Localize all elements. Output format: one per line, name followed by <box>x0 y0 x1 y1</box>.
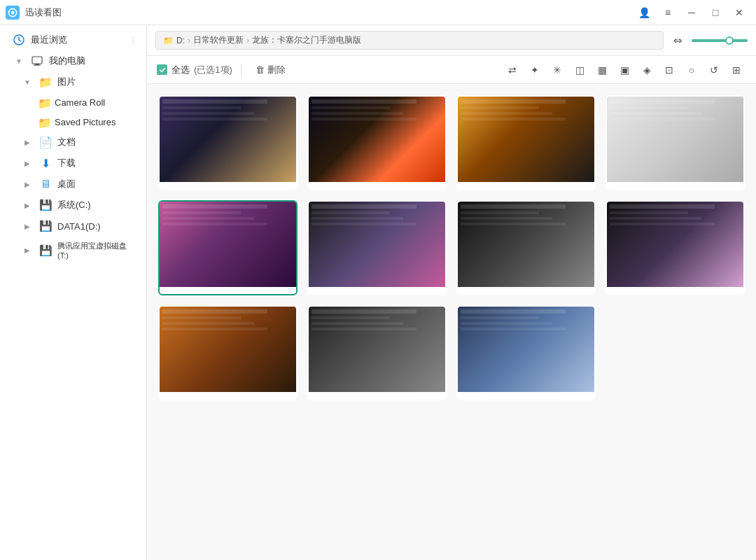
plus-icon-btn[interactable]: ⊞ <box>727 60 746 80</box>
image-thumbnail <box>458 97 594 182</box>
desktop-expand-icon: ▶ <box>21 178 34 190</box>
star-icon-btn[interactable]: ✦ <box>525 60 545 80</box>
action-separator <box>241 64 241 76</box>
image-card[interactable] <box>456 305 596 400</box>
avatar-button[interactable]: 👤 <box>633 3 655 22</box>
tencentt-icon: 💾 <box>39 244 52 257</box>
recent-label: 最近浏览 <box>31 34 124 46</box>
window-controls: 👤 ≡ ─ □ ✕ <box>633 3 750 22</box>
asterisk-icon-btn[interactable]: ✳ <box>547 60 567 80</box>
saved-pictures-folder-icon: 📁 <box>38 116 49 127</box>
sidebar-item-documents[interactable]: ▶ 📄 文档 <box>3 132 144 152</box>
mypc-label: 我的电脑 <box>49 55 136 67</box>
app-logo <box>6 6 20 20</box>
image-card[interactable] <box>606 95 745 190</box>
circle-icon-btn[interactable]: ○ <box>682 60 701 80</box>
titlebar-left: 迅读看图 <box>6 6 62 20</box>
sidebar: 最近浏览 ⋮ ▼ 我的电脑 ▼ 📁 图片 📁 Camera Roll <box>0 25 147 560</box>
toolbar-right: ⇔ <box>668 31 748 50</box>
action-bar-right: ⇄ ✦ ✳ ◫ ▦ ▣ ◈ ⊡ ○ ↺ ⊞ <box>503 60 746 80</box>
downloads-label: 下载 <box>57 157 136 169</box>
image-card[interactable] <box>307 95 447 190</box>
sidebar-item-saved-pictures[interactable]: 📁 Saved Pictures <box>3 113 144 131</box>
image-thumbnail <box>160 97 296 182</box>
breadcrumb-sep1: › <box>188 36 190 46</box>
breadcrumb-part3: 龙族：卡塞尔之门手游电脑版 <box>252 34 361 46</box>
toolbar: 📁 D: › 日常软件更新 › 龙族：卡塞尔之门手游电脑版 ⇔ <box>147 25 756 56</box>
image-card[interactable] <box>307 200 447 295</box>
zoom-track[interactable] <box>692 39 748 42</box>
diamond-icon-btn[interactable]: ◈ <box>637 60 657 80</box>
sidebar-item-camera-roll[interactable]: 📁 Camera Roll <box>3 93 144 111</box>
sidebar-item-downloads[interactable]: ▶ ⬇ 下载 <box>3 153 144 173</box>
image-thumbnail <box>458 307 594 392</box>
sidebar-item-system-c[interactable]: ▶ 💾 系统(C:) <box>3 195 144 215</box>
checkbox-icon <box>157 64 167 75</box>
documents-label: 文档 <box>57 136 136 148</box>
maximize-button[interactable]: □ <box>704 3 727 22</box>
expand-down-icon: ▼ <box>21 76 34 88</box>
saved-pictures-label: Saved Pictures <box>55 117 115 127</box>
svg-rect-3 <box>32 57 42 64</box>
app-title: 迅读看图 <box>25 6 62 19</box>
sidebar-item-tencent-t[interactable]: ▶ 💾 腾讯应用宝虚拟磁盘(T:) <box>3 237 144 263</box>
data1d-icon: 💾 <box>39 220 52 232</box>
breadcrumb[interactable]: 📁 D: › 日常软件更新 › 龙族：卡塞尔之门手游电脑版 <box>155 31 664 50</box>
sidebar-item-recent[interactable]: 最近浏览 ⋮ <box>3 30 144 50</box>
recent-menu-icon: ⋮ <box>130 36 136 44</box>
tencentt-expand-icon: ▶ <box>21 244 34 257</box>
image-card[interactable] <box>456 95 596 190</box>
recent-icon <box>13 34 25 46</box>
image-thumbnail <box>309 97 445 182</box>
image-thumbnail <box>607 97 743 182</box>
action-bar: 全选 (已选1项) 🗑 删除 ⇄ ✦ ✳ ◫ ▦ ▣ ◈ ⊡ ○ ↺ ⊞ <box>147 56 756 84</box>
expand-icon: ▼ <box>13 55 25 67</box>
delete-label: 删除 <box>267 64 286 76</box>
image-thumbnail <box>458 202 594 287</box>
breadcrumb-part2: 日常软件更新 <box>193 34 244 46</box>
menu-button[interactable]: ≡ <box>657 3 679 22</box>
swap-icon-btn[interactable]: ⇄ <box>503 60 522 80</box>
sysc-expand-icon: ▶ <box>21 199 34 211</box>
image-thumbnail <box>309 307 445 392</box>
downloads-expand-icon: ▶ <box>21 157 34 169</box>
rotate-icon-btn[interactable]: ↺ <box>704 60 724 80</box>
image-card[interactable] <box>606 200 745 295</box>
image-card[interactable] <box>158 305 298 400</box>
sysc-icon: 💾 <box>39 199 52 211</box>
close-button[interactable]: ✕ <box>728 3 750 22</box>
zoom-thumb[interactable] <box>725 36 734 45</box>
minimize-button[interactable]: ─ <box>680 3 703 22</box>
downloads-icon: ⬇ <box>39 157 52 169</box>
grid-icon-btn[interactable]: ▦ <box>592 60 612 80</box>
data1d-label: DATA1(D:) <box>57 221 136 232</box>
select-all-label: 全选 <box>172 64 190 76</box>
square-icon-btn[interactable]: ▣ <box>615 60 634 80</box>
documents-icon: 📄 <box>39 136 52 148</box>
image-card[interactable] <box>456 200 596 295</box>
image-card[interactable] <box>158 95 298 190</box>
sidebar-item-mypc[interactable]: ▼ 我的电脑 <box>3 51 144 71</box>
image-thumbnail <box>160 307 296 392</box>
frame-icon-btn[interactable]: ⊡ <box>659 60 679 80</box>
zoom-slider[interactable] <box>692 39 748 42</box>
image-card[interactable] <box>158 200 298 295</box>
titlebar: 迅读看图 👤 ≡ ─ □ ✕ <box>0 0 756 25</box>
select-all-checkbox[interactable]: 全选 (已选1项) <box>157 64 232 76</box>
image-card[interactable] <box>307 305 447 400</box>
image-thumbnail <box>607 202 743 287</box>
breadcrumb-part1: D: <box>176 36 185 46</box>
sidebar-item-data1-d[interactable]: ▶ 💾 DATA1(D:) <box>3 216 144 236</box>
image-grid <box>147 84 756 560</box>
svg-point-1 <box>11 10 15 14</box>
crop-icon-btn[interactable]: ◫ <box>570 60 589 80</box>
tencentt-label: 腾讯应用宝虚拟磁盘(T:) <box>57 241 136 260</box>
app-body: 最近浏览 ⋮ ▼ 我的电脑 ▼ 📁 图片 📁 Camera Roll <box>0 25 756 560</box>
compare-button[interactable]: ⇔ <box>668 31 687 50</box>
sidebar-item-desktop[interactable]: ▶ 🖥 桌面 <box>3 174 144 194</box>
sidebar-item-pictures[interactable]: ▼ 📁 图片 <box>3 72 144 92</box>
camera-roll-folder-icon: 📁 <box>38 97 49 108</box>
delete-button[interactable]: 🗑 删除 <box>250 62 291 78</box>
pictures-label: 图片 <box>57 76 136 88</box>
image-thumbnail <box>160 202 296 287</box>
